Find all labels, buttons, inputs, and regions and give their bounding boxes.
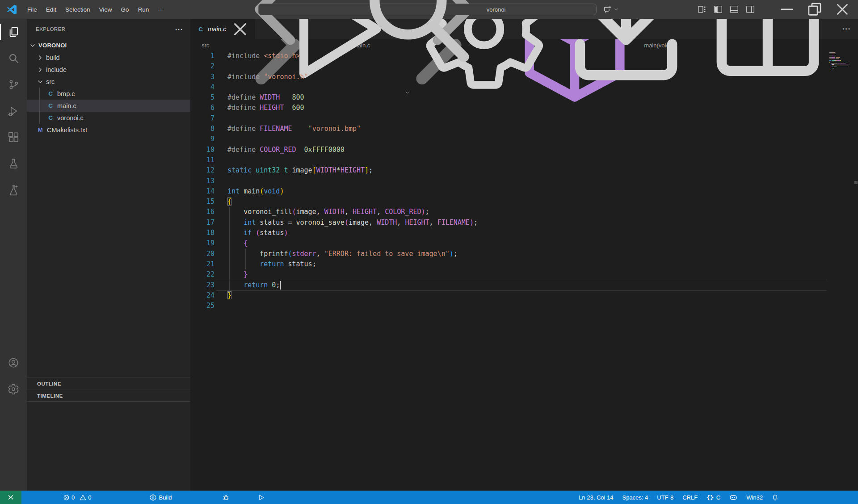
- code-editor[interactable]: 1#include <stdio.h>23#include "voronoi.h…: [190, 51, 858, 491]
- breadcrumb-item-1[interactable]: src: [202, 42, 209, 49]
- outline-section-header[interactable]: OUTLINE: [27, 378, 190, 390]
- menu-file[interactable]: File: [23, 0, 42, 19]
- activity-settings-icon[interactable]: [0, 376, 27, 402]
- close-button[interactable]: [829, 0, 856, 19]
- tree-item-src[interactable]: src: [27, 76, 190, 88]
- copilot-button[interactable]: [603, 3, 619, 16]
- line-number[interactable]: 25: [190, 301, 220, 311]
- code-line-22[interactable]: 22 }: [190, 269, 858, 280]
- status-problems[interactable]: 00: [60, 491, 97, 504]
- tree-item-voronoi[interactable]: VORONOI: [27, 39, 190, 51]
- code-line-14[interactable]: 14int main(void): [190, 186, 858, 197]
- toggle-secondary-sidebar-icon[interactable]: [745, 4, 755, 14]
- tree-item-voronoi-c[interactable]: Cvoronoi.c: [27, 112, 190, 124]
- line-number[interactable]: 2: [190, 61, 220, 71]
- activity-source-control-icon[interactable]: [0, 71, 27, 98]
- activity-testing-icon[interactable]: [0, 151, 27, 177]
- code-line-10[interactable]: 10#define COLOR_RED 0xFFFF0000: [190, 145, 858, 155]
- restore-button[interactable]: [801, 0, 829, 19]
- code-line-16[interactable]: 16 voronoi_fill(image, WIDTH, HEIGHT, CO…: [190, 207, 858, 217]
- line-number[interactable]: 6: [190, 103, 220, 113]
- code-line-21[interactable]: 21 return status;: [190, 259, 858, 269]
- line-number[interactable]: 5: [190, 92, 220, 103]
- minimize-button[interactable]: [773, 0, 801, 19]
- tree-item-cmakelists-txt[interactable]: MCMakelists.txt: [27, 124, 190, 136]
- line-number[interactable]: 22: [190, 269, 220, 280]
- line-number[interactable]: 7: [190, 113, 220, 124]
- activity-run-debug-icon[interactable]: [0, 98, 27, 124]
- line-number[interactable]: 23: [190, 280, 220, 290]
- tree-item-include[interactable]: include: [27, 63, 190, 76]
- activity-accounts-icon[interactable]: [0, 349, 27, 376]
- line-number[interactable]: 20: [190, 249, 220, 259]
- status-copilot-status[interactable]: [729, 491, 737, 504]
- command-center-search[interactable]: voronoi: [258, 4, 597, 15]
- customize-layout-icon[interactable]: [697, 4, 707, 14]
- code-line-8[interactable]: 8#define FILENAME "voronoi.bmp": [190, 124, 858, 134]
- line-number[interactable]: 17: [190, 218, 220, 228]
- line-number[interactable]: 10: [190, 145, 220, 155]
- code-line-19[interactable]: 19 {: [190, 238, 858, 248]
- menu-run[interactable]: Run: [134, 0, 154, 19]
- tree-item-main-c[interactable]: Cmain.c: [27, 100, 190, 112]
- code-line-17[interactable]: 17 int status = voronoi_save(image, WIDT…: [190, 218, 858, 228]
- code-line-9[interactable]: 9: [190, 134, 858, 144]
- code-line-20[interactable]: 20 fprintf(stderr, "ERROR: failed to sav…: [190, 249, 858, 259]
- code-line-7[interactable]: 7: [190, 113, 858, 124]
- status-encoding[interactable]: UTF-8: [657, 491, 673, 504]
- code-line-23[interactable]: 23 return 0;: [190, 280, 858, 290]
- activity-explorer-icon[interactable]: [0, 19, 27, 45]
- code-line-25[interactable]: 25: [190, 301, 858, 311]
- activity-search-icon[interactable]: [0, 45, 27, 71]
- line-number[interactable]: 11: [190, 155, 220, 165]
- line-number[interactable]: 16: [190, 207, 220, 217]
- code-line-15[interactable]: 15{: [190, 197, 858, 207]
- line-number[interactable]: 12: [190, 165, 220, 176]
- line-number[interactable]: 24: [190, 290, 220, 301]
- menu-overflow[interactable]: ···: [153, 0, 168, 19]
- tree-item-bmp-c[interactable]: Cbmp.c: [27, 88, 190, 100]
- menu-view[interactable]: View: [95, 0, 117, 19]
- remote-icon: [7, 494, 14, 501]
- line-number[interactable]: 13: [190, 176, 220, 186]
- line-number[interactable]: 1: [190, 51, 220, 61]
- code-line-6[interactable]: 6#define HEIGHT 600: [190, 103, 858, 113]
- code-line-4[interactable]: 4: [190, 82, 858, 92]
- status-language[interactable]: {}C: [707, 491, 720, 504]
- line-number[interactable]: 8: [190, 124, 220, 134]
- menu-selection[interactable]: Selection: [61, 0, 95, 19]
- line-number[interactable]: 9: [190, 134, 220, 144]
- menu-go[interactable]: Go: [117, 0, 134, 19]
- status-build-task[interactable]: Build: [147, 491, 175, 504]
- line-number[interactable]: 21: [190, 259, 220, 269]
- code-line-12[interactable]: 12static uint32_t image[WIDTH*HEIGHT];: [190, 165, 858, 176]
- line-number[interactable]: 19: [190, 238, 220, 248]
- tree-item-build[interactable]: build: [27, 51, 190, 63]
- line-number[interactable]: 15: [190, 197, 220, 207]
- status-run-task[interactable]: [255, 491, 268, 504]
- timeline-section-header[interactable]: TIMELINE: [27, 390, 190, 402]
- status-notifications[interactable]: [772, 491, 778, 504]
- code-line-18[interactable]: 18 if (status): [190, 228, 858, 238]
- status-cursor-position[interactable]: Ln 23, Col 14: [579, 491, 613, 504]
- line-number[interactable]: 4: [190, 82, 220, 92]
- line-number[interactable]: 14: [190, 186, 220, 197]
- menu-edit[interactable]: Edit: [42, 0, 61, 19]
- status-debug[interactable]: [219, 491, 232, 504]
- more-actions-icon[interactable]: ···: [842, 25, 851, 33]
- code-line-24[interactable]: 24}: [190, 290, 858, 301]
- activity-lab-icon[interactable]: [0, 177, 27, 203]
- line-number[interactable]: 3: [190, 72, 220, 82]
- status-platform[interactable]: Win32: [746, 491, 763, 504]
- explorer-more-actions-button[interactable]: ···: [175, 25, 183, 33]
- status-eol[interactable]: CRLF: [682, 491, 698, 504]
- code-line-13[interactable]: 13: [190, 176, 858, 186]
- code-line-5[interactable]: 5#define WIDTH 800: [190, 92, 858, 103]
- line-number[interactable]: 18: [190, 228, 220, 238]
- remote-indicator[interactable]: [0, 491, 21, 504]
- toggle-panel-icon[interactable]: [729, 4, 739, 14]
- status-indentation[interactable]: Spaces: 4: [622, 491, 648, 504]
- toggle-sidebar-icon[interactable]: [713, 4, 723, 14]
- code-line-11[interactable]: 11: [190, 155, 858, 165]
- activity-extensions-icon[interactable]: [0, 124, 27, 151]
